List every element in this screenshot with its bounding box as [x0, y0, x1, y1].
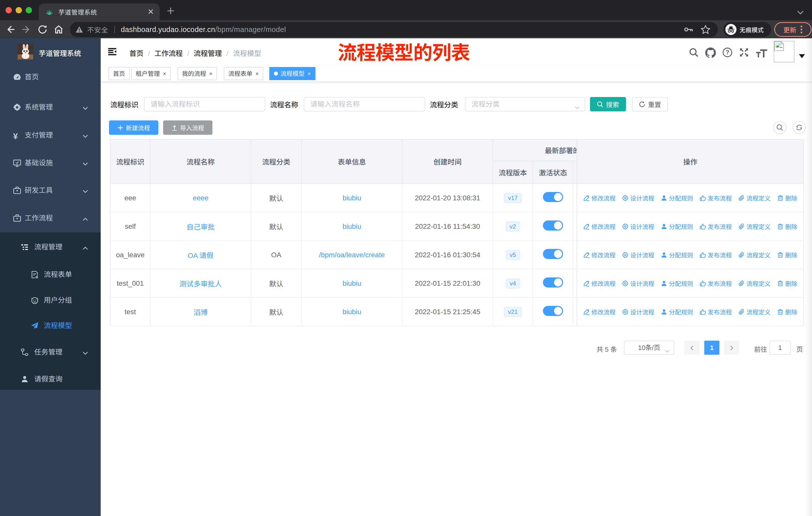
svg-text:?: ?	[726, 49, 729, 56]
